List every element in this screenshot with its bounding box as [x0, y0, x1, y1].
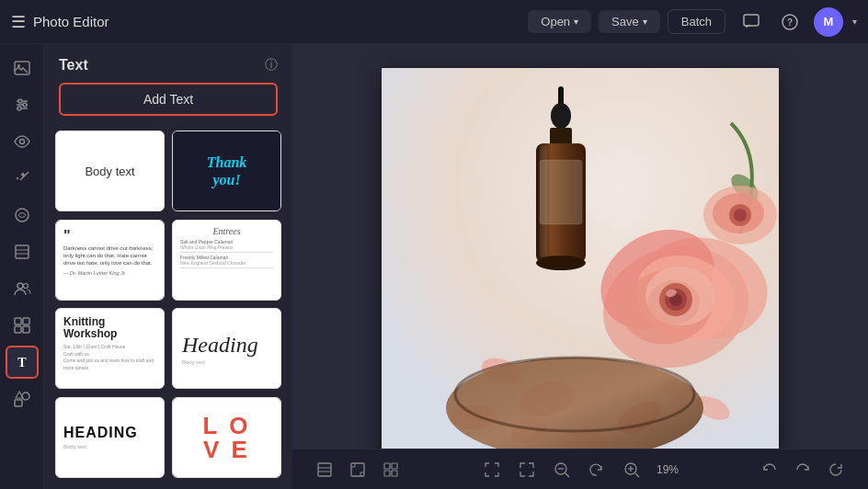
avatar[interactable]: M: [814, 7, 843, 37]
template-love[interactable]: L OV E: [172, 397, 281, 478]
sidebar-item-effects[interactable]: [6, 199, 39, 232]
layers-button[interactable]: [311, 456, 338, 483]
svg-line-70: [565, 473, 569, 477]
svg-rect-60: [318, 463, 331, 476]
open-chevron-icon: ▾: [574, 17, 578, 27]
svg-point-13: [16, 209, 29, 222]
svg-rect-19: [15, 318, 21, 324]
svg-rect-64: [384, 463, 390, 469]
sidebar-item-adjustments[interactable]: [6, 88, 39, 121]
svg-rect-21: [15, 326, 21, 333]
sidebar-item-view[interactable]: [6, 125, 39, 158]
text-panel: Text ⓘ Add Text Body text Thankyou! " Da…: [44, 44, 292, 489]
canvas-svg: [382, 68, 779, 465]
bottom-toolbar-center: 19%: [478, 456, 682, 483]
undo-button[interactable]: [756, 456, 783, 483]
sidebar-item-image[interactable]: [6, 51, 39, 85]
bottom-toolbar-left: [311, 456, 405, 483]
template-menu[interactable]: Entrees Salt and Pepper CalamariWhole Gr…: [172, 220, 281, 301]
template-body-text[interactable]: Body text: [55, 131, 165, 211]
canvas-area[interactable]: 19%: [292, 44, 868, 489]
svg-rect-65: [392, 463, 397, 469]
svg-rect-24: [15, 400, 22, 406]
svg-rect-66: [384, 471, 390, 476]
zoom-out-button[interactable]: [548, 456, 576, 483]
svg-point-11: [19, 140, 24, 144]
svg-point-54: [551, 103, 571, 129]
templates-grid: Body text Thankyou! " Darkness cannot dr…: [44, 127, 292, 489]
save-chevron-icon: ▾: [643, 17, 647, 27]
svg-line-74: [635, 473, 639, 477]
template-heading-italic[interactable]: Heading Body text: [172, 308, 281, 389]
svg-point-9: [23, 103, 27, 107]
bottom-toolbar-right: [756, 456, 850, 483]
fullscreen-button[interactable]: [513, 456, 541, 483]
sidebar-item-people[interactable]: [6, 272, 39, 305]
template-knitting[interactable]: KnittingWorkshop Sat. 13th | 12am | Craf…: [55, 308, 165, 389]
chat-button[interactable]: [737, 7, 766, 37]
add-text-button[interactable]: Add Text: [59, 83, 278, 116]
open-button[interactable]: Open ▾: [528, 10, 591, 33]
svg-rect-20: [23, 318, 29, 324]
template-quote[interactable]: " Darkness cannot drive out darkness; on…: [55, 220, 165, 301]
avatar-chevron-icon[interactable]: ▾: [852, 17, 857, 27]
bottom-toolbar: 19%: [292, 449, 868, 489]
svg-rect-0: [744, 15, 759, 26]
grid-button[interactable]: [377, 456, 405, 483]
topbar-right: ? M ▾: [737, 7, 857, 37]
fit-button[interactable]: [478, 456, 506, 483]
svg-rect-22: [23, 326, 29, 333]
sidebar-item-stickers[interactable]: [6, 309, 39, 342]
svg-point-8: [18, 99, 22, 103]
canvas-wrapper: [382, 68, 779, 465]
info-icon[interactable]: ⓘ: [265, 57, 278, 74]
svg-text:?: ?: [787, 17, 793, 28]
zoom-level: 19%: [653, 463, 682, 476]
sidebar-item-shapes[interactable]: [6, 382, 39, 415]
panel-title: Text: [59, 57, 88, 74]
svg-line-12: [20, 172, 29, 180]
svg-rect-67: [392, 471, 397, 476]
svg-point-25: [22, 392, 29, 400]
reset-button[interactable]: [822, 456, 850, 483]
svg-point-18: [23, 284, 28, 289]
menu-icon[interactable]: ☰: [11, 12, 26, 32]
svg-point-59: [536, 256, 586, 270]
canvas-image: [382, 68, 779, 465]
sidebar-icons: T: [0, 44, 44, 489]
app-title: Photo Editor: [33, 14, 109, 29]
save-button[interactable]: Save ▾: [599, 10, 660, 33]
batch-button[interactable]: Batch: [668, 9, 725, 34]
main-area: T Text ⓘ Add Text Body text Thankyou!: [0, 44, 868, 489]
zoom-reset-button[interactable]: [583, 456, 611, 483]
help-button[interactable]: ?: [775, 7, 805, 37]
topbar-center: Open ▾ Save ▾ Batch: [528, 9, 725, 34]
redo-button[interactable]: [789, 456, 817, 483]
resize-button[interactable]: [344, 456, 371, 483]
svg-rect-55: [550, 128, 572, 144]
sidebar-item-layers[interactable]: [6, 235, 39, 268]
sidebar-item-ai[interactable]: [6, 162, 39, 195]
svg-rect-58: [540, 146, 547, 256]
svg-rect-63: [351, 463, 364, 476]
template-heading-bold[interactable]: HEADING Body text: [55, 397, 165, 478]
panel-header: Text ⓘ: [44, 44, 292, 83]
topbar-left: ☰ Photo Editor: [11, 12, 517, 32]
svg-point-52: [734, 209, 747, 222]
topbar: ☰ Photo Editor Open ▾ Save ▾ Batch ? M ▾: [0, 0, 868, 44]
svg-point-35: [446, 358, 703, 459]
svg-text:T: T: [17, 356, 27, 370]
template-thank-you[interactable]: Thankyou!: [172, 131, 281, 211]
svg-point-10: [17, 107, 21, 110]
sidebar-item-text[interactable]: T: [6, 346, 39, 379]
svg-rect-14: [16, 245, 29, 258]
svg-point-17: [17, 283, 23, 289]
zoom-in-button[interactable]: [618, 456, 645, 483]
